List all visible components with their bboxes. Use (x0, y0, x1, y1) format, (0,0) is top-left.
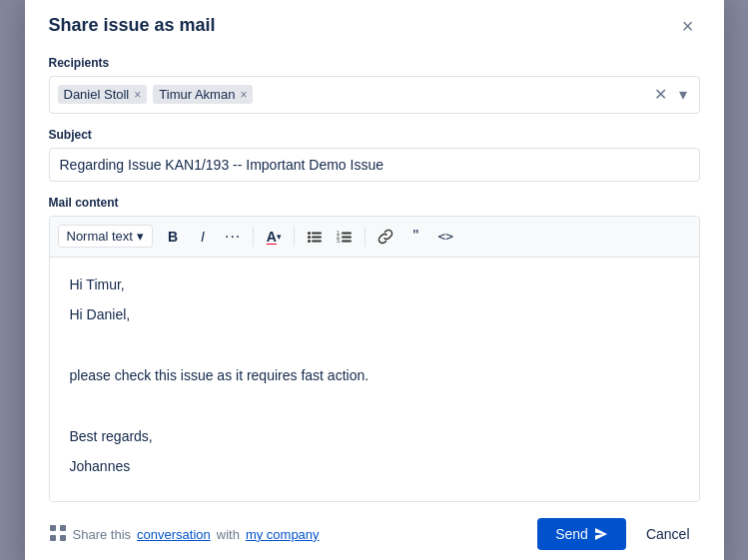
editor-toolbar: Normal text ▾ B I ··· A ▾ (50, 217, 699, 258)
svg-point-0 (308, 232, 311, 235)
ordered-list-button[interactable]: 1. 2. 3. (331, 223, 359, 251)
recipient-name: Daniel Stoll (64, 87, 130, 102)
share-info: Share this conversation with my company (49, 524, 320, 545)
link-button[interactable] (372, 223, 399, 251)
body-line-3 (70, 333, 679, 355)
svg-rect-9 (342, 236, 352, 238)
mail-content-label: Mail content (49, 196, 700, 210)
bullet-list-icon (307, 229, 323, 245)
body-line-5 (70, 394, 679, 416)
body-line-1: Hi Timur, (70, 274, 679, 295)
svg-rect-7 (342, 232, 352, 234)
svg-rect-15 (60, 535, 66, 541)
text-style-label: Normal text (67, 229, 133, 244)
send-label: Send (555, 526, 588, 542)
bold-button[interactable]: B (159, 223, 187, 251)
ordered-list-icon: 1. 2. 3. (337, 229, 353, 245)
svg-rect-13 (60, 525, 66, 531)
share-text-mid: with (217, 527, 240, 542)
toolbar-separator-1 (253, 227, 254, 247)
bullet-list-button[interactable] (301, 223, 329, 251)
svg-rect-5 (312, 240, 322, 242)
expand-recipients-button[interactable]: ▾ (675, 83, 691, 106)
recipients-label: Recipients (49, 56, 700, 70)
recipients-field[interactable]: Daniel Stoll × Timur Akman × ✕ ▾ (49, 76, 700, 114)
subject-label: Subject (49, 128, 700, 142)
color-chevron-icon: ▾ (277, 232, 282, 242)
grid-icon (49, 524, 67, 542)
color-a-label: A (267, 229, 277, 245)
svg-rect-12 (50, 525, 56, 531)
modal-title: Share issue as mail (49, 15, 216, 36)
svg-rect-14 (50, 535, 56, 541)
text-style-dropdown[interactable]: Normal text ▾ (58, 225, 153, 248)
body-line-2: Hi Daniel, (70, 303, 679, 325)
clear-recipients-button[interactable]: ✕ (650, 83, 671, 106)
mail-body[interactable]: Hi Timur, Hi Daniel, please check this i… (50, 258, 699, 502)
text-color-button[interactable]: A ▾ (260, 223, 288, 251)
subject-input[interactable] (49, 148, 700, 182)
modal-header: Share issue as mail × (49, 14, 700, 38)
share-mail-modal: Share issue as mail × Recipients Daniel … (25, 0, 724, 560)
share-text-before: Share this (73, 527, 132, 542)
footer-buttons: Send Cancel (537, 518, 699, 550)
share-info-icon (49, 524, 67, 545)
code-button[interactable]: <> (431, 223, 459, 251)
svg-text:3.: 3. (337, 238, 341, 244)
send-button[interactable]: Send (537, 518, 626, 550)
svg-point-4 (308, 240, 311, 243)
modal-overlay: Share issue as mail × Recipients Daniel … (0, 0, 748, 560)
close-button[interactable]: × (676, 14, 700, 38)
svg-rect-3 (312, 236, 322, 238)
remove-daniel-button[interactable]: × (134, 89, 141, 101)
recipients-actions: ✕ ▾ (650, 83, 691, 106)
link-icon (377, 229, 393, 245)
recipient-tag-daniel: Daniel Stoll × (58, 85, 148, 104)
cancel-button[interactable]: Cancel (636, 518, 700, 550)
italic-button[interactable]: I (189, 223, 217, 251)
chevron-down-icon: ▾ (137, 229, 144, 244)
body-line-6: Best regards, (70, 425, 679, 447)
body-line-7: Johannes (70, 455, 679, 477)
more-options-button[interactable]: ··· (219, 223, 247, 251)
share-company-link[interactable]: my company (246, 527, 320, 542)
share-conversation-link[interactable]: conversation (137, 527, 211, 542)
send-icon (594, 527, 608, 541)
blockquote-button[interactable]: " (401, 223, 429, 251)
svg-point-2 (308, 236, 311, 239)
remove-timur-button[interactable]: × (240, 89, 247, 101)
mail-content-editor: Normal text ▾ B I ··· A ▾ (49, 216, 700, 503)
toolbar-separator-3 (365, 227, 366, 247)
svg-rect-1 (312, 232, 322, 234)
svg-rect-11 (342, 240, 352, 242)
body-line-4: please check this issue as it requires f… (70, 364, 679, 386)
recipient-tag-timur: Timur Akman × (153, 85, 253, 104)
modal-footer: Share this conversation with my company … (49, 518, 700, 550)
toolbar-separator-2 (294, 227, 295, 247)
recipient-name: Timur Akman (159, 87, 235, 102)
